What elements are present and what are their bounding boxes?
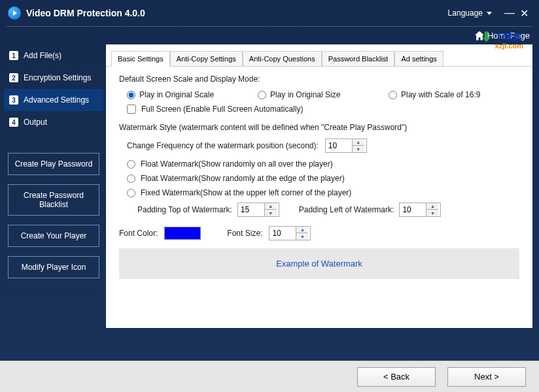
step-number: 1 (9, 51, 18, 60)
tab-basic-settings[interactable]: Basic Settings (111, 51, 170, 67)
create-password-blacklist-button[interactable]: Create Password Blacklist (8, 184, 99, 216)
fullscreen-checkbox[interactable] (127, 105, 136, 114)
tab-anti-copy-settings[interactable]: Anti-Copy Settings (170, 51, 243, 66)
main-panel: 下载集 xzji.com Basic Settings Anti-Copy Se… (106, 44, 532, 328)
step-label: Output (24, 118, 47, 127)
radio-float-edge[interactable] (127, 174, 135, 183)
homepage-label: HomePage (487, 31, 530, 41)
spin-up-icon[interactable]: ▲ (296, 227, 308, 233)
spin-up-icon[interactable]: ▲ (353, 139, 364, 146)
step-output[interactable]: 4 Output (4, 111, 103, 133)
homepage-link[interactable]: HomePage (475, 31, 530, 41)
radio-float-allover[interactable] (127, 160, 135, 169)
pad-top-input[interactable] (238, 203, 264, 216)
home-icon (475, 31, 484, 41)
pad-left-label: Padding Left of Watermark: (299, 205, 394, 214)
radio-original-size-input[interactable] (258, 91, 266, 99)
freq-spinner[interactable]: ▲▼ (325, 139, 367, 153)
app-icon (8, 7, 21, 20)
spin-up-icon[interactable]: ▲ (265, 203, 277, 210)
step-number: 4 (9, 118, 18, 127)
tab-password-blacklist[interactable]: Password Blacklist (322, 51, 395, 66)
spin-down-icon[interactable]: ▼ (353, 146, 364, 152)
spin-down-icon[interactable]: ▼ (265, 210, 277, 216)
freq-input[interactable] (326, 139, 352, 152)
pad-left-input[interactable] (400, 203, 426, 216)
step-label: Encryption Settings (24, 73, 91, 82)
screen-scale-heading: Default Screen Scale and Display Mode: (119, 74, 519, 84)
freq-label: Change Frequency of the watermark positi… (127, 141, 319, 150)
spin-up-icon[interactable]: ▲ (426, 203, 438, 210)
close-button[interactable]: ✕ (517, 6, 531, 20)
font-color-swatch[interactable] (164, 227, 201, 240)
pad-left-spinner[interactable]: ▲▼ (399, 203, 441, 217)
create-play-password-button[interactable]: Create Play Password (8, 153, 99, 175)
next-button[interactable]: Next > (447, 367, 526, 387)
radio-original-size[interactable]: Play in Original Size (258, 90, 389, 99)
spin-down-icon[interactable]: ▼ (296, 233, 308, 240)
radio-scale-169-input[interactable] (389, 91, 397, 99)
step-add-files[interactable]: 1 Add File(s) (4, 44, 103, 67)
step-number: 2 (9, 73, 18, 82)
step-advanced-settings[interactable]: 3 Advanced Settings (4, 89, 103, 111)
step-number: 3 (9, 95, 18, 105)
footer: < Back Next > (0, 361, 539, 392)
language-dropdown-icon[interactable] (487, 12, 492, 15)
spin-down-icon[interactable]: ▼ (426, 210, 438, 216)
pad-top-spinner[interactable]: ▲▼ (237, 203, 279, 217)
tab-ad-settings[interactable]: Ad settings (394, 51, 443, 66)
radio-original-scale-input[interactable] (127, 91, 135, 99)
step-label: Advanced Settings (24, 95, 89, 105)
language-selector[interactable]: Language (448, 8, 483, 18)
step-label: Add File(s) (24, 51, 61, 60)
step-encryption-settings[interactable]: 2 Encryption Settings (4, 67, 103, 89)
pad-top-label: Padding Top of Watermark: (137, 205, 232, 214)
font-size-spinner[interactable]: ▲▼ (269, 226, 311, 240)
watermark-heading: Watermark Style (watermark content will … (119, 123, 519, 132)
font-size-input[interactable] (270, 227, 296, 240)
radio-fixed-upperleft[interactable] (127, 189, 135, 197)
modify-player-icon-button[interactable]: Modify Player Icon (8, 256, 99, 278)
radio-scale-169[interactable]: Play with Scale of 16:9 (389, 90, 519, 99)
app-title: Video DRM Protection 4.0.0 (26, 8, 145, 18)
minimize-button[interactable]: — (502, 6, 517, 20)
tab-anti-copy-questions[interactable]: Anti-Copy Questions (243, 51, 322, 66)
settings-tabs: Basic Settings Anti-Copy Settings Anti-C… (106, 44, 532, 67)
radio-original-scale[interactable]: Play in Original Scale (127, 90, 258, 99)
sidebar: 1 Add File(s) 2 Encryption Settings 3 Ad… (4, 44, 103, 328)
fullscreen-label: Full Screen (Enable Full Screen Automati… (141, 105, 303, 114)
create-your-player-button[interactable]: Create Your Player (8, 225, 99, 247)
font-color-label: Font Color: (119, 229, 158, 238)
font-size-label: Font Size: (227, 229, 262, 238)
back-button[interactable]: < Back (357, 367, 436, 387)
watermark-example: Example of Watermark (119, 248, 519, 279)
